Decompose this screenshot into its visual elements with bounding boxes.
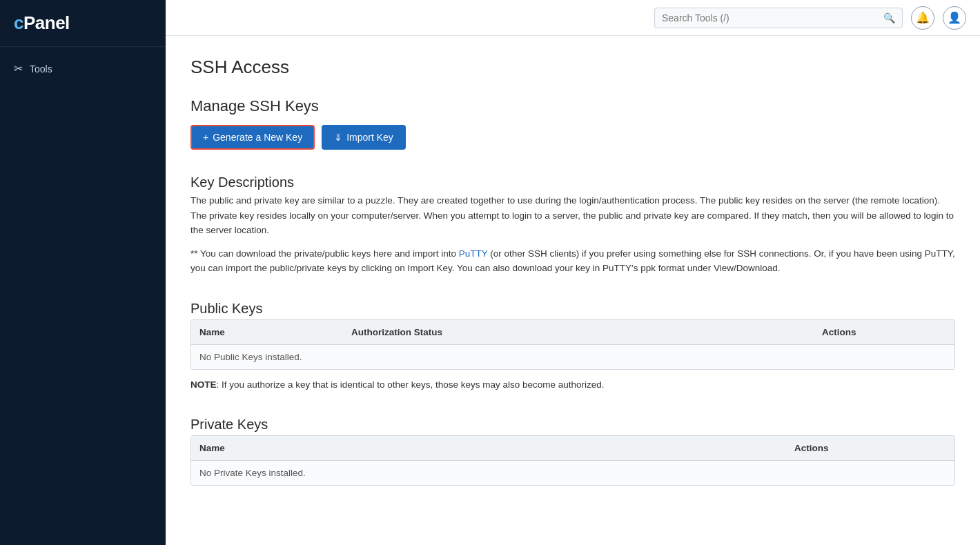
logo-area: cPanel	[0, 0, 166, 47]
private-keys-table: Name Actions No Private Keys installed.	[190, 435, 955, 486]
main-area: 🔍 🔔 👤 SSH Access Manage SSH Keys + Gener…	[166, 0, 980, 545]
manage-section-title: Manage SSH Keys	[190, 97, 955, 115]
private-keys-section: Private Keys Name Actions No Private Key…	[190, 417, 955, 486]
import-icon: ⇓	[334, 132, 342, 143]
sidebar-nav: ✂ Tools	[0, 47, 166, 90]
col-actions: Actions	[822, 327, 946, 337]
priv-col-actions: Actions	[794, 443, 946, 453]
col-auth-status: Authorization Status	[351, 327, 822, 337]
public-keys-empty-message: No Public Keys installed.	[199, 352, 302, 362]
col-name: Name	[199, 327, 351, 337]
notifications-icon[interactable]: 🔔	[911, 6, 934, 30]
public-keys-note: NOTE: If you authorize a key that is ide…	[190, 378, 955, 392]
key-descriptions-section: Key Descriptions The public and private …	[190, 175, 955, 276]
generate-new-key-button[interactable]: + Generate a New Key	[190, 125, 315, 150]
public-keys-table: Name Authorization Status Actions No Pub…	[190, 319, 955, 370]
manage-ssh-section: Manage SSH Keys + Generate a New Key ⇓ I…	[190, 97, 955, 150]
tools-icon: ✂	[14, 62, 23, 75]
search-wrapper: 🔍	[654, 8, 903, 28]
action-buttons: + Generate a New Key ⇓ Import Key	[190, 125, 955, 150]
key-description-para2: ** You can download the private/public k…	[190, 246, 955, 276]
search-input[interactable]	[662, 8, 879, 28]
private-keys-header: Name Actions	[191, 436, 954, 461]
private-keys-empty-row: No Private Keys installed.	[191, 461, 954, 485]
user-icon[interactable]: 👤	[943, 6, 966, 30]
putty-link[interactable]: PuTTY	[459, 248, 488, 259]
note-body: : If you authorize a key that is identic…	[217, 379, 605, 390]
search-icon: 🔍	[883, 12, 895, 23]
topbar: 🔍 🔔 👤	[166, 0, 980, 36]
generate-btn-label: Generate a New Key	[213, 132, 302, 143]
key-descriptions-title: Key Descriptions	[190, 175, 955, 190]
cpanel-logo: cPanel	[14, 12, 152, 34]
public-keys-empty-row: No Public Keys installed.	[191, 345, 954, 369]
content-area: SSH Access Manage SSH Keys + Generate a …	[166, 36, 980, 545]
import-key-button[interactable]: ⇓ Import Key	[322, 125, 406, 150]
bell-icon: 🔔	[916, 11, 930, 24]
private-keys-title: Private Keys	[190, 417, 955, 433]
search-button[interactable]: 🔍	[883, 12, 895, 23]
sidebar: cPanel ✂ Tools	[0, 0, 166, 545]
public-keys-title: Public Keys	[190, 301, 955, 317]
priv-col-name: Name	[199, 443, 794, 453]
para2-prefix: ** You can download the private/public k…	[190, 248, 459, 259]
sidebar-item-label: Tools	[30, 63, 52, 75]
key-description-para1: The public and private key are similar t…	[190, 193, 955, 238]
import-btn-label: Import Key	[346, 132, 393, 143]
note-strong: NOTE	[190, 379, 217, 390]
plus-icon: +	[203, 132, 208, 143]
person-icon: 👤	[948, 11, 961, 24]
page-title: SSH Access	[190, 57, 955, 78]
sidebar-item-tools[interactable]: ✂ Tools	[0, 55, 166, 82]
private-keys-empty-message: No Private Keys installed.	[199, 468, 306, 478]
public-keys-section: Public Keys Name Authorization Status Ac…	[190, 301, 955, 392]
public-keys-header: Name Authorization Status Actions	[191, 320, 954, 345]
